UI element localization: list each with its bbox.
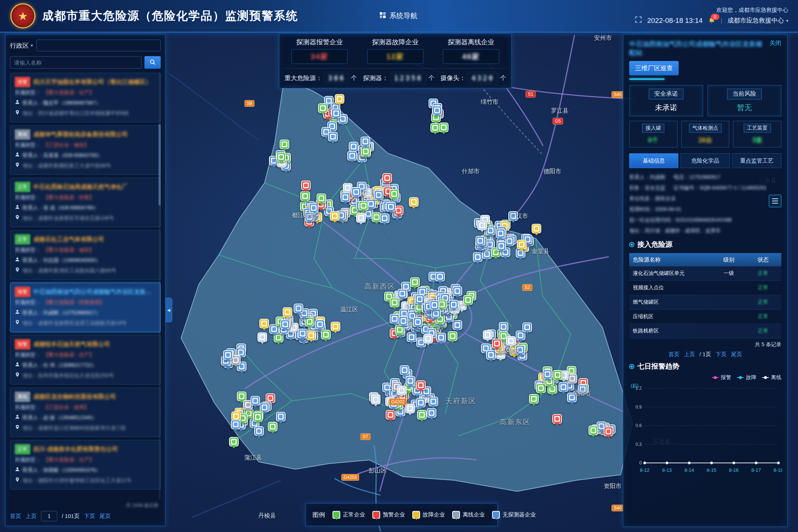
company-search-input[interactable] bbox=[10, 56, 141, 69]
map-marker-pin[interactable] bbox=[475, 236, 485, 246]
pagination-first[interactable]: 首页 bbox=[668, 351, 679, 358]
map-marker-pin[interactable] bbox=[436, 333, 446, 342]
map-marker-pin[interactable] bbox=[280, 140, 289, 149]
map-marker-pin[interactable] bbox=[298, 328, 307, 338]
map-marker-pin[interactable] bbox=[604, 427, 613, 436]
map-marker-pin[interactable] bbox=[361, 137, 370, 146]
map-marker-pin[interactable] bbox=[382, 173, 392, 183]
hazard-row[interactable]: 视频接入点位正常 bbox=[629, 281, 781, 295]
map-marker-pin[interactable] bbox=[435, 272, 445, 282]
map-marker-pin[interactable] bbox=[483, 330, 492, 340]
map-marker-pin[interactable] bbox=[532, 224, 541, 233]
company-card[interactable]: 正常成都石化工业气体有限公司所属类型：【重大危险源 - 储存】联系人：刘志国（1… bbox=[10, 230, 161, 280]
map-marker-pin[interactable] bbox=[229, 437, 239, 447]
map-marker-pin[interactable] bbox=[399, 316, 408, 326]
map-marker-pin[interactable] bbox=[497, 241, 506, 250]
map-marker-pin[interactable] bbox=[331, 109, 341, 118]
map-marker-pin[interactable] bbox=[410, 277, 420, 287]
list-scrollbar[interactable] bbox=[158, 73, 161, 500]
map-marker-pin[interactable] bbox=[305, 212, 314, 222]
map-marker-pin[interactable] bbox=[258, 332, 267, 342]
pagination-prev[interactable]: 上页 bbox=[684, 351, 695, 358]
map-marker-pin[interactable] bbox=[552, 414, 562, 424]
map-marker-pin[interactable] bbox=[280, 320, 290, 329]
company-card[interactable]: 正常四川·成都美丰化肥有限责任公司所属类型：【重大危险源 - 生产】联系人：孙国… bbox=[10, 440, 161, 490]
map-marker-pin[interactable] bbox=[389, 399, 399, 409]
map-marker-pin[interactable] bbox=[417, 410, 427, 420]
map-marker-pin[interactable] bbox=[259, 319, 269, 328]
map-marker-pin[interactable] bbox=[389, 189, 399, 198]
map-marker-pin[interactable] bbox=[423, 334, 433, 344]
company-card[interactable]: 报警四川天宇油脂化学有限公司（青白江储罐区）所属类型：【重大危险源 - 生产】联… bbox=[10, 73, 161, 122]
org-selector[interactable]: 成都市应急救援中心 ▾ bbox=[727, 16, 788, 25]
detail-expand-button[interactable] bbox=[769, 195, 781, 207]
map-marker-pin[interactable] bbox=[409, 197, 419, 207]
tab-basic-info[interactable]: 基础信息 bbox=[629, 153, 678, 168]
map-marker-pin[interactable] bbox=[301, 181, 311, 190]
map-marker-pin[interactable] bbox=[253, 412, 263, 422]
hazard-row[interactable]: 液化石油气储罐区单元一级正常 bbox=[629, 266, 781, 281]
map-marker-pin[interactable] bbox=[371, 395, 381, 405]
trend-legend-item[interactable]: 故障 bbox=[737, 374, 756, 381]
fullscreen-icon[interactable] bbox=[635, 16, 642, 25]
district-filter-input[interactable] bbox=[37, 40, 161, 51]
map-marker-pin[interactable] bbox=[406, 376, 415, 386]
map-marker-pin[interactable] bbox=[553, 370, 562, 380]
map-marker-pin[interactable] bbox=[341, 192, 350, 202]
map-marker-pin[interactable] bbox=[335, 94, 344, 103]
hazard-row[interactable]: 铁路栈桥区正常 bbox=[629, 324, 781, 338]
search-button[interactable] bbox=[144, 56, 161, 69]
map-marker-pin[interactable] bbox=[517, 239, 526, 249]
map-marker-pin[interactable] bbox=[413, 317, 423, 327]
map-marker-pin[interactable] bbox=[415, 294, 424, 304]
map-marker-pin[interactable] bbox=[223, 350, 233, 359]
map-marker-pin[interactable] bbox=[508, 211, 518, 221]
map-marker-pin[interactable] bbox=[315, 320, 325, 329]
pagination-first[interactable]: 首页 bbox=[10, 513, 21, 520]
company-card[interactable]: 离线成都华气厚普机电设备股份有限公司所属类型：【工贸企业 - 储存】联系人：高某… bbox=[10, 125, 161, 175]
company-card[interactable]: 正常中石化西南石油局成都天然气净化厂所属类型：【重大危险源 - 经营】联系人：张… bbox=[10, 178, 161, 227]
map-marker-pin[interactable] bbox=[515, 345, 525, 355]
map-marker-pin[interactable] bbox=[254, 426, 264, 436]
map-marker-pin[interactable] bbox=[237, 392, 246, 401]
map-marker-pin[interactable] bbox=[499, 322, 508, 332]
map-marker-pin[interactable] bbox=[416, 381, 426, 390]
map-marker-pin[interactable] bbox=[589, 426, 598, 435]
map-marker-pin[interactable] bbox=[328, 132, 338, 141]
map-marker-pin[interactable] bbox=[390, 298, 399, 307]
map-marker-pin[interactable] bbox=[351, 187, 361, 197]
map-marker-pin[interactable] bbox=[529, 394, 539, 404]
map-marker-pin[interactable] bbox=[486, 225, 495, 235]
map-marker-pin[interactable] bbox=[432, 106, 442, 115]
pagination-next[interactable]: 下页 bbox=[716, 351, 727, 358]
map-marker-pin[interactable] bbox=[349, 142, 358, 151]
map-marker-pin[interactable] bbox=[359, 201, 368, 211]
map-marker-pin[interactable] bbox=[429, 396, 438, 406]
map-marker-pin[interactable] bbox=[318, 103, 328, 113]
pagination-last[interactable]: 尾页 bbox=[99, 513, 110, 520]
map-marker-pin[interactable] bbox=[306, 330, 316, 340]
map-marker-pin[interactable] bbox=[405, 403, 415, 413]
map-marker-pin[interactable] bbox=[567, 374, 577, 383]
map-marker-pin[interactable] bbox=[330, 211, 340, 221]
company-card[interactable]: 离线成都巨龙生物科技股份有限公司所属类型：【工贸企业 - 使用】联系人：赵 丽（… bbox=[10, 388, 161, 437]
map-marker-pin[interactable] bbox=[386, 202, 396, 212]
map-marker-pin[interactable] bbox=[439, 123, 449, 132]
map-marker-pin[interactable] bbox=[536, 383, 546, 393]
map-marker-pin[interactable] bbox=[492, 339, 502, 348]
hazard-row[interactable]: 燃气储罐区正常 bbox=[629, 295, 781, 310]
map-marker-pin[interactable] bbox=[283, 307, 292, 317]
pagination-prev[interactable]: 上页 bbox=[25, 513, 37, 520]
map-marker-pin[interactable] bbox=[398, 289, 407, 298]
map-marker-pin[interactable] bbox=[578, 385, 587, 394]
map-marker-pin[interactable] bbox=[397, 386, 406, 395]
map-marker-pin[interactable] bbox=[331, 322, 340, 331]
notification-bell-icon[interactable]: 0 bbox=[708, 17, 716, 24]
map-marker-pin[interactable] bbox=[516, 331, 525, 340]
map-marker-pin[interactable] bbox=[347, 151, 357, 161]
pagination-last[interactable]: 尾页 bbox=[731, 351, 742, 358]
trend-legend-item[interactable]: 离线 bbox=[762, 374, 781, 381]
map-marker-pin[interactable] bbox=[380, 214, 389, 223]
left-panel-collapse-handle[interactable]: ◀ bbox=[166, 298, 172, 322]
map-marker-pin[interactable] bbox=[543, 369, 552, 379]
